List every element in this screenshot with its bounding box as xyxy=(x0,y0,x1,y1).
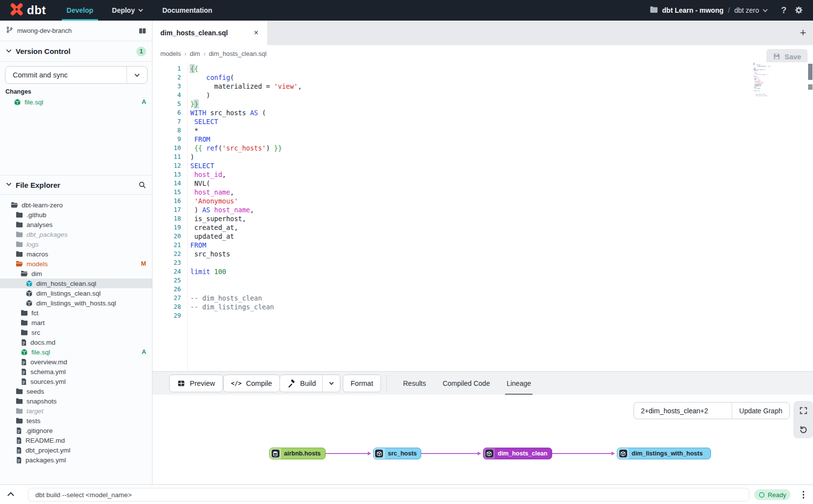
tab-lineage[interactable]: Lineage xyxy=(500,372,537,395)
tree-item-macros[interactable]: macros xyxy=(0,249,152,259)
code-line[interactable]: 22 src_hosts xyxy=(152,250,813,258)
code-line[interactable]: 9 FROM xyxy=(152,135,813,144)
code-line[interactable]: 4 ) xyxy=(152,91,813,100)
code-line[interactable]: 18 is_superhost, xyxy=(152,214,813,223)
code-line[interactable]: 23 xyxy=(152,258,813,267)
tree-item-schema.yml[interactable]: schema.yml xyxy=(0,367,152,377)
code-line[interactable]: 24limit 100 xyxy=(152,267,813,276)
dbt-logo[interactable]: dbt xyxy=(10,2,46,18)
code-line[interactable]: 20 updated_at xyxy=(152,232,813,241)
changed-file-file.sql[interactable]: file.sql A xyxy=(0,97,152,107)
code-line[interactable] xyxy=(752,97,776,98)
tree-item-models[interactable]: modelsM xyxy=(0,259,152,269)
tree-item-.gitignore[interactable]: .gitignore xyxy=(0,426,152,435)
lineage-graph[interactable]: airbnb.hosts src_hosts dim_hosts_clean d… xyxy=(152,395,813,484)
environment-name[interactable]: dbt zero xyxy=(734,6,759,14)
tree-item-file.sql[interactable]: file.sqlA xyxy=(0,347,152,357)
tree-item-docs.md[interactable]: docs.md xyxy=(0,337,152,347)
tree-item-fct[interactable]: fct xyxy=(0,308,152,318)
code-line[interactable]: 15 host_name, xyxy=(152,188,813,197)
help-icon[interactable]: ? xyxy=(781,5,787,16)
project-name[interactable]: dbt Learn - mwong xyxy=(662,6,723,14)
commit-and-sync-button[interactable]: Commit and sync xyxy=(5,66,148,84)
tree-item-dim[interactable]: dim xyxy=(0,269,152,278)
code-line[interactable]: 17 ) AS host_name, xyxy=(152,205,813,214)
tree-item-.github[interactable]: .github xyxy=(0,210,152,220)
tree-item-logs[interactable]: logs xyxy=(0,239,152,249)
code-line[interactable]: 6WITH src_hosts AS ( xyxy=(152,108,813,117)
tree-item-README.md[interactable]: README.md xyxy=(0,435,152,445)
commit-options-chevron-icon[interactable] xyxy=(127,67,147,83)
tree-item-mart[interactable]: mart xyxy=(0,318,152,328)
code-line[interactable]: 27-- dim_hosts_clean xyxy=(152,294,813,302)
code-line[interactable]: 8 * xyxy=(152,126,813,135)
tree-item-dim_listings_with_hosts.sql[interactable]: dim_listings_with_hosts.sql xyxy=(0,298,152,308)
code-line[interactable]: 3 materialized = 'view', xyxy=(152,82,813,91)
split-view-icon[interactable] xyxy=(139,27,146,34)
nav-item-develop[interactable]: Develop xyxy=(67,0,93,21)
new-tab-plus-icon[interactable]: + xyxy=(793,26,813,39)
command-input[interactable]: dbt build --select <model_name> xyxy=(28,488,749,502)
file-explorer-header[interactable]: File Explorer xyxy=(0,175,152,195)
lineage-node-dim_hosts_clean[interactable]: dim_hosts_clean xyxy=(483,448,552,459)
tree-item-dim_listings_clean.sql[interactable]: dim_listings_clean.sql xyxy=(0,288,152,298)
code-line[interactable]: 1{{ xyxy=(152,64,813,73)
lineage-node-airbnb.hosts[interactable]: airbnb.hosts xyxy=(269,448,326,459)
editor-scrollbar[interactable] xyxy=(808,62,813,371)
build-options-chevron-icon[interactable] xyxy=(322,375,340,392)
code-line[interactable]: 5}} xyxy=(152,100,813,108)
compile-button[interactable]: </>Compile xyxy=(223,375,280,392)
code-line[interactable]: 12SELECT xyxy=(152,161,813,170)
tree-item-seeds[interactable]: seeds xyxy=(0,386,152,396)
tree-item-src[interactable]: src xyxy=(0,328,152,337)
minimap[interactable]: {{ config( materialized = 'view', )}}WIT… xyxy=(752,64,776,98)
tab-compiled-code[interactable]: Compiled Code xyxy=(436,372,497,395)
tree-item-dbt_project.yml[interactable]: dbt_project.yml xyxy=(0,445,152,455)
code-editor[interactable]: 1{{2 config(3 materialized = 'view',4 )5… xyxy=(152,62,813,371)
tree-item-dbt-learn-zero[interactable]: dbt-learn-zero xyxy=(0,200,152,210)
breadcrumb-item[interactable]: dim_hosts_clean.sql xyxy=(209,50,267,57)
code-line[interactable]: 11) xyxy=(152,152,813,161)
tree-item-tests[interactable]: tests xyxy=(0,416,152,426)
code-line[interactable]: 29 xyxy=(152,311,813,320)
code-line[interactable]: 28-- dim_listings_clean xyxy=(152,302,813,311)
code-line[interactable]: 2 config( xyxy=(152,73,813,82)
code-line[interactable]: 7 SELECT xyxy=(152,117,813,126)
search-icon[interactable] xyxy=(138,181,146,189)
code-line[interactable]: 19 created_at, xyxy=(152,223,813,232)
preview-button[interactable]: Preview xyxy=(169,375,223,392)
tree-item-packages.yml[interactable]: packages.yml xyxy=(0,455,152,465)
settings-gear-icon[interactable] xyxy=(794,6,803,15)
code-line[interactable]: 10 {{ ref('src_hosts') }} xyxy=(152,144,813,152)
version-control-header[interactable]: Version Control 1 xyxy=(0,41,152,62)
tree-item-dbt_packages[interactable]: dbt_packages xyxy=(0,229,152,239)
tree-item-sources.yml[interactable]: sources.yml xyxy=(0,377,152,386)
code-line[interactable]: 25 xyxy=(152,276,813,285)
format-button[interactable]: Format xyxy=(343,375,381,392)
code-line[interactable]: 16 'Anonymous' xyxy=(152,197,813,205)
collapse-chevron-up-icon[interactable] xyxy=(7,491,15,500)
close-icon[interactable]: × xyxy=(252,28,260,38)
code-line[interactable]: 26 xyxy=(152,285,813,294)
environment-chevron-icon[interactable] xyxy=(762,7,768,14)
code-line[interactable]: 21FROM xyxy=(152,241,813,250)
breadcrumb-item[interactable]: models xyxy=(160,50,181,57)
tree-item-snapshots[interactable]: snapshots xyxy=(0,396,152,406)
nav-item-documentation[interactable]: Documentation xyxy=(162,0,212,21)
nav-item-deploy[interactable]: Deploy xyxy=(112,0,144,21)
breadcrumb-item[interactable]: dim xyxy=(190,50,200,57)
tree-item-analyses[interactable]: analyses xyxy=(0,220,152,229)
tab-results[interactable]: Results xyxy=(397,372,432,395)
editor-tab-dim-hosts-clean[interactable]: dim_hosts_clean.sql × xyxy=(152,21,267,45)
code-line[interactable]: 13 host_id, xyxy=(152,170,813,179)
kebab-menu-icon[interactable] xyxy=(802,490,806,500)
code-line[interactable]: 14 NVL( xyxy=(152,179,813,188)
lineage-node-dim_listings_with_hosts[interactable]: dim_listings_with_hosts xyxy=(617,448,711,459)
tree-item-overview.md[interactable]: overview.md xyxy=(0,357,152,367)
lineage-node-src_hosts[interactable]: src_hosts xyxy=(373,448,421,459)
tree-item-target[interactable]: target xyxy=(0,406,152,416)
tree-item-dim_hosts_clean.sql[interactable]: dim_hosts_clean.sql xyxy=(0,278,152,288)
scrollbar-thumb[interactable] xyxy=(808,64,813,80)
code-area[interactable]: 1{{2 config(3 materialized = 'view',4 )5… xyxy=(152,64,813,320)
build-button[interactable]: Build xyxy=(279,375,340,392)
